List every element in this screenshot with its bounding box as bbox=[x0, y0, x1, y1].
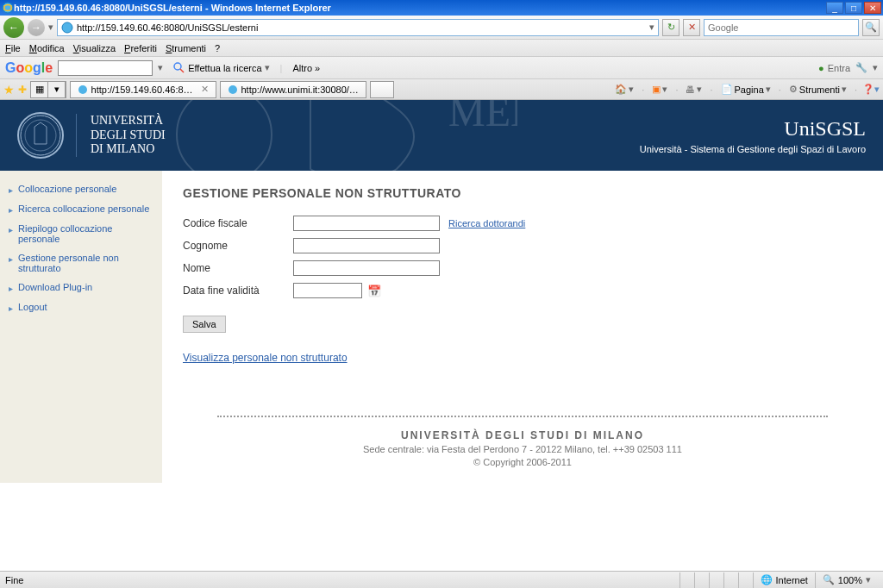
search-box[interactable] bbox=[704, 19, 859, 36]
google-dropdown-icon[interactable]: ▾ bbox=[158, 62, 163, 73]
sidebar-item-download[interactable]: ▸Download Plug-in bbox=[0, 278, 162, 297]
label-codice-fiscale: Codice fiscale bbox=[183, 217, 293, 229]
input-cognome[interactable] bbox=[293, 238, 440, 253]
sidebar-label: Gestione personale non strutturato bbox=[18, 253, 153, 273]
sidebar-item-collocazione[interactable]: ▸Collocazione personale bbox=[0, 179, 162, 199]
menu-visualizza[interactable]: Visualizza bbox=[73, 43, 116, 53]
arrow-icon: ▸ bbox=[9, 303, 13, 313]
uni-line3: DI MILANO bbox=[91, 142, 166, 157]
sidebar-item-riepilogo[interactable]: ▸Riepilogo collocazione personale bbox=[0, 219, 162, 248]
input-data-fine[interactable] bbox=[293, 283, 362, 298]
tab-1[interactable]: http://159.149.60.46:808... ✕ bbox=[70, 81, 216, 98]
google-altro-button[interactable]: Altro » bbox=[287, 61, 325, 75]
tab-2[interactable]: http://www.unimi.it:30080/U... bbox=[220, 81, 366, 98]
refresh-button[interactable]: ↻ bbox=[662, 19, 679, 36]
footer-line2: Sede centrale: via Festa del Perdono 7 -… bbox=[217, 444, 828, 454]
label-nome: Nome bbox=[183, 262, 293, 274]
uni-line1: UNIVERSITÀ bbox=[91, 114, 166, 128]
wrench-icon[interactable]: 🔧 bbox=[855, 62, 867, 73]
save-button[interactable]: Salva bbox=[183, 316, 226, 333]
search-go-button[interactable]: 🔍 bbox=[862, 19, 880, 36]
status-pane bbox=[679, 572, 694, 588]
status-bar: Fine 🌐Internet 🔍100%▾ bbox=[0, 571, 883, 588]
sidebar-label: Download Plug-in bbox=[18, 282, 92, 292]
input-nome[interactable] bbox=[293, 260, 440, 276]
arrow-icon: ▸ bbox=[9, 225, 13, 235]
nav-dropdown-icon[interactable]: ▾ bbox=[48, 22, 53, 33]
main-content: GESTIONE PERSONALE NON STRUTTURATO Codic… bbox=[162, 171, 883, 483]
close-button[interactable]: ✕ bbox=[864, 2, 881, 14]
sidebar-label: Collocazione personale bbox=[18, 184, 116, 194]
toolbar-dropdown-icon[interactable]: ▾ bbox=[873, 62, 878, 73]
url-input[interactable] bbox=[77, 22, 649, 33]
address-bar[interactable]: ▾ bbox=[57, 19, 659, 36]
arrow-icon: ▸ bbox=[9, 284, 13, 293]
google-signin-label: Entra bbox=[828, 63, 850, 73]
google-search-input[interactable] bbox=[58, 60, 153, 76]
window-title: http://159.149.60.46:8080/UniSGSL/estern… bbox=[14, 3, 826, 13]
window-titlebar: http://159.149.60.46:8080/UniSGSL/estern… bbox=[0, 0, 883, 16]
sidebar-label: Riepilogo collocazione personale bbox=[18, 223, 153, 244]
svg-line-3 bbox=[180, 69, 184, 72]
input-codice-fiscale[interactable] bbox=[293, 216, 440, 231]
zoom-icon: 🔍 bbox=[823, 574, 835, 585]
google-search-button[interactable]: Effettua la ricerca ▾ bbox=[168, 60, 274, 76]
google-logo: Google bbox=[5, 60, 53, 76]
status-zoom[interactable]: 🔍100%▾ bbox=[815, 572, 878, 588]
google-altro-label: Altro » bbox=[292, 63, 320, 73]
page-menu-button[interactable]: 📄Pagina▾ bbox=[718, 84, 773, 95]
tab1-label: http://159.149.60.46:808... bbox=[91, 84, 197, 95]
sidebar-item-logout[interactable]: ▸Logout bbox=[0, 297, 162, 317]
sidebar-item-ricerca[interactable]: ▸Ricerca collocazione personale bbox=[0, 199, 162, 219]
menu-strumenti[interactable]: Strumenti bbox=[166, 43, 206, 53]
label-cognome: Cognome bbox=[183, 240, 293, 252]
feeds-button[interactable]: ▣▾ bbox=[649, 84, 670, 95]
forward-button[interactable]: → bbox=[28, 19, 45, 36]
home-button[interactable]: 🏠▾ bbox=[612, 84, 636, 95]
google-signin-button[interactable]: ● Entra bbox=[818, 63, 850, 73]
print-button[interactable]: 🖶▾ bbox=[683, 84, 705, 95]
menu-file[interactable]: File bbox=[5, 43, 21, 53]
help-dropdown-icon[interactable]: ❓▾ bbox=[862, 84, 880, 95]
svg-point-6 bbox=[177, 100, 272, 171]
status-text: Fine bbox=[5, 575, 23, 585]
svg-text:MED: MED bbox=[448, 100, 517, 134]
menu-preferiti[interactable]: Preferiti bbox=[124, 43, 157, 53]
tab2-label: http://www.unimi.it:30080/U... bbox=[241, 84, 360, 95]
calendar-icon[interactable]: 📅 bbox=[367, 285, 381, 297]
svg-point-9 bbox=[25, 120, 56, 151]
quick-tabs[interactable]: ▦ ▾ bbox=[30, 81, 66, 98]
globe-icon: 🌐 bbox=[761, 574, 773, 585]
link-visualizza[interactable]: Visualizza personale non strutturato bbox=[183, 352, 348, 364]
arrow-icon: ▸ bbox=[9, 205, 13, 215]
maximize-button[interactable]: □ bbox=[845, 2, 862, 14]
menu-modifica[interactable]: Modifica bbox=[29, 43, 65, 53]
footer-line3: © Copyright 2006-2011 bbox=[217, 457, 828, 467]
status-pane bbox=[694, 572, 709, 588]
new-tab-button[interactable] bbox=[370, 81, 394, 98]
university-name: UNIVERSITÀ DEGLI STUDI DI MILANO bbox=[76, 114, 166, 157]
navigation-bar: ← → ▾ ▾ ↻ ✕ 🔍 bbox=[0, 16, 883, 40]
page-footer: UNIVERSITÀ DEGLI STUDI DI MILANO Sede ce… bbox=[183, 416, 862, 467]
google-toolbar: Google ▾ Effettua la ricerca ▾ | Altro »… bbox=[0, 57, 883, 79]
tab1-close-icon[interactable]: ✕ bbox=[201, 84, 209, 95]
svg-point-1 bbox=[62, 22, 72, 33]
page-content: MED UNIVERSITÀ DEGLI STUDI DI MILANO Uni… bbox=[0, 100, 883, 583]
banner-decoration: MED bbox=[155, 100, 517, 171]
link-ricerca-dottorandi[interactable]: Ricerca dottorandi bbox=[448, 218, 525, 228]
app-subtitle: Università - Sistema di Gestione degli S… bbox=[640, 144, 866, 154]
search-input[interactable] bbox=[708, 22, 855, 33]
page-favicon bbox=[61, 22, 73, 34]
stop-button[interactable]: ✕ bbox=[683, 19, 700, 36]
add-favorite-button[interactable]: ✚ bbox=[18, 84, 27, 96]
back-button[interactable]: ← bbox=[3, 17, 24, 38]
arrow-icon: ▸ bbox=[9, 185, 13, 195]
sidebar: ▸Collocazione personale ▸Ricerca colloca… bbox=[0, 171, 162, 483]
tools-menu-button[interactable]: ⚙Strumenti▾ bbox=[786, 84, 849, 95]
favorites-button[interactable]: ★ bbox=[3, 83, 15, 97]
google-search-label: Effettua la ricerca bbox=[188, 63, 261, 73]
menu-help[interactable]: ? bbox=[215, 43, 220, 53]
sidebar-item-gestione[interactable]: ▸Gestione personale non strutturato bbox=[0, 248, 162, 278]
url-dropdown-icon[interactable]: ▾ bbox=[649, 22, 654, 33]
minimize-button[interactable]: _ bbox=[826, 2, 843, 14]
